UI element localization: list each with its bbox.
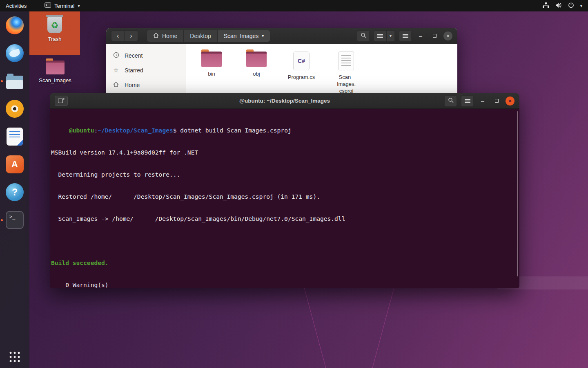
breadcrumb: Home Desktop Scan_Images ▾ [147,30,270,42]
terminal-line: MSBuild version 17.4.1+9a89d02ff for .NE… [51,149,515,156]
terminal-window: @ubuntu: ~/Desktop/Scan_Images – × @ubun… [50,93,519,288]
system-status-menu[interactable]: ▾ [543,0,588,11]
terminal-line-blank [51,237,515,245]
file-label: Program.cs [288,74,315,81]
terminal-title: @ubuntu: ~/Desktop/Scan_Images [239,98,330,104]
desktop-background: Activities Terminal ▾ ▾ A ? [0,0,588,368]
prompt-path: ~/Desktop/Scan_Images [98,127,173,134]
prompt-user: @ubuntu [69,127,94,134]
breadcrumb-desktop-label: Desktop [190,33,211,39]
list-view-icon [377,34,383,38]
menu-button[interactable] [399,30,412,42]
trash-label: Trash [48,36,62,42]
folder-icon [46,61,65,74]
maximize-icon [433,34,437,38]
dock-ubuntu-software[interactable]: A [5,155,24,174]
maximize-icon [495,99,499,103]
app-menu-terminal[interactable]: Terminal ▾ [41,0,83,11]
file-item-program-cs[interactable]: C# Program.cs [283,50,320,81]
terminal-line: Restored /home/ /Desktop/Scan_Images/Sca… [51,193,515,200]
terminal-line: @ubuntu:~/Desktop/Scan_Images$ dotnet bu… [51,127,515,134]
sidebar-home-label: Home [125,82,140,88]
terminal-scrollbar[interactable] [517,111,518,276]
dock-firefox[interactable] [5,16,24,35]
terminal-icon [45,2,51,9]
terminal-menu-button[interactable] [461,95,474,107]
terminal-maximize-button[interactable] [492,96,501,106]
chevron-down-icon: ▾ [262,34,264,38]
show-applications-button[interactable] [9,351,21,363]
file-item-obj[interactable]: obj [238,50,275,78]
back-button[interactable]: ‹ [111,30,125,41]
top-bar: Activities Terminal ▾ ▾ [0,0,588,11]
new-tab-button[interactable] [55,96,68,106]
file-label: Scan_ Images. csproj [337,74,356,95]
file-item-bin[interactable]: bin [193,50,230,78]
view-options-button[interactable]: ▾ [386,31,394,41]
clock-icon [113,52,119,59]
thunderbird-icon [6,44,24,62]
terminal-screen[interactable]: @ubuntu:~/Desktop/Scan_Images$ dotnet bu… [50,109,519,288]
terminal-header-controls: – × [444,95,514,107]
dock-libreoffice-writer[interactable] [5,127,24,146]
file-label: obj [253,71,260,78]
text-file-icon [339,52,354,70]
recycle-icon: ♻ [47,18,62,33]
list-view-button[interactable] [374,31,386,41]
scan-images-label: Scan_Images [39,77,71,83]
power-icon [568,2,574,9]
search-icon [361,32,366,40]
terminal-line: 0 Warning(s) [51,281,515,288]
desktop-icon-scan-images[interactable]: Scan_Images [34,57,76,88]
view-toggle: ▾ [374,30,395,42]
dock: A ? >_ [0,11,29,368]
terminal-headerbar: @ubuntu: ~/Desktop/Scan_Images – × [50,93,519,109]
files-header-controls: ▾ – × [357,30,452,42]
breadcrumb-current[interactable]: Scan_Images ▾ [218,30,270,42]
file-item-csproj[interactable]: Scan_ Images. csproj [327,50,365,95]
home-icon [153,33,159,39]
terminal-line-build-succeeded: Build succeeded. [51,259,515,267]
volume-icon [555,2,562,9]
breadcrumb-home[interactable]: Home [147,30,184,42]
firefox-icon [6,16,24,34]
terminal-line: Scan_Images -> /home/ /Desktop/Scan_Imag… [51,215,515,222]
libreoffice-writer-icon [7,128,23,146]
files-icon [6,76,23,89]
sidebar-item-starred[interactable]: ☆ Starred [106,63,186,78]
sidebar-starred-label: Starred [125,67,143,74]
app-menu-label: Terminal [54,3,74,9]
dock-help[interactable]: ? [5,182,24,202]
forward-button[interactable]: › [125,30,138,41]
dock-files[interactable] [5,71,24,91]
files-maximize-button[interactable] [430,31,439,41]
rhythmbox-icon [6,100,24,118]
sidebar-recent-label: Recent [125,52,143,59]
terminal-close-button[interactable]: × [506,96,514,105]
hamburger-icon [465,99,470,103]
csharp-file-icon: C# [293,52,310,70]
hamburger-icon [403,34,408,38]
dock-thunderbird[interactable] [5,43,24,63]
trash-icon: ♻ [47,17,62,33]
dock-rhythmbox[interactable] [5,99,24,119]
search-button[interactable] [357,30,370,42]
home-icon [113,81,119,88]
search-icon [448,97,454,105]
terminal-search-button[interactable] [444,95,457,107]
files-minimize-button[interactable]: – [416,31,425,41]
terminal-app-icon: >_ [6,211,24,229]
terminal-minimize-button[interactable]: – [478,96,488,106]
chevron-down-icon: ▾ [580,4,582,8]
breadcrumb-desktop[interactable]: Desktop [184,30,217,42]
files-close-button[interactable]: × [443,31,452,40]
sidebar-item-home[interactable]: Home [106,78,186,92]
new-tab-icon [58,97,65,105]
file-label: bin [208,71,215,78]
help-icon: ? [6,183,24,201]
dock-terminal[interactable]: >_ [5,210,24,230]
sidebar-item-recent[interactable]: Recent [106,48,186,63]
activities-button[interactable]: Activities [0,0,32,11]
nav-buttons: ‹ › [111,30,138,41]
desktop-icon-trash[interactable]: ♻ Trash [29,11,80,55]
